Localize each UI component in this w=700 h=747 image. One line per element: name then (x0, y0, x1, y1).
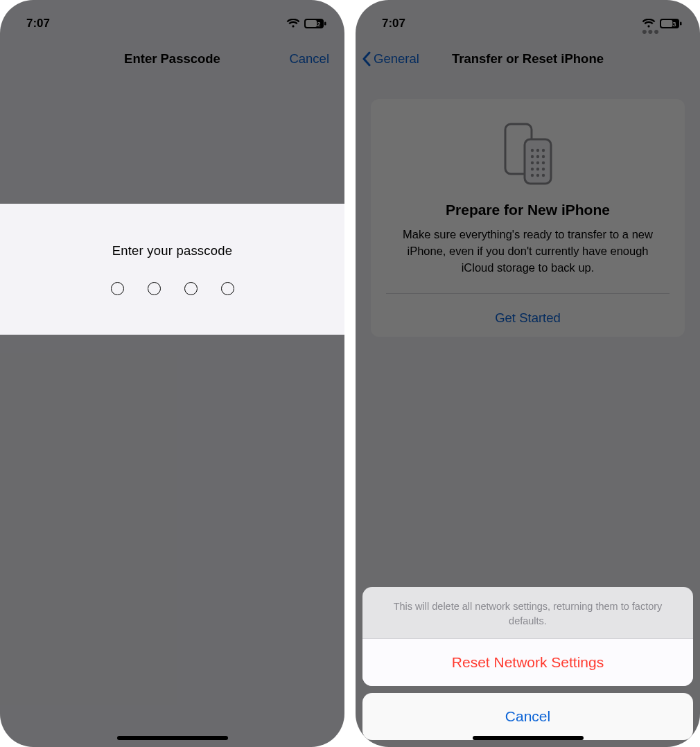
screenshot-right: 7:07 63 ••• General Transfer or Reset i (356, 0, 700, 747)
wifi-icon (286, 19, 300, 28)
svg-point-16 (541, 161, 544, 164)
action-sheet-description: This will delete all network settings, r… (362, 587, 693, 638)
action-sheet: This will delete all network settings, r… (362, 587, 693, 740)
svg-point-18 (536, 168, 539, 170)
back-button[interactable]: General (361, 51, 419, 67)
reset-network-settings-button[interactable]: Reset Network Settings (362, 638, 693, 686)
svg-rect-2 (324, 21, 326, 25)
chevron-left-icon (361, 51, 372, 67)
dim-overlay (0, 0, 344, 747)
passcode-header: Enter Passcode Cancel (0, 42, 344, 76)
svg-point-11 (530, 155, 533, 158)
home-indicator[interactable] (117, 736, 228, 740)
svg-point-8 (530, 149, 533, 152)
passcode-dot (148, 282, 161, 295)
passcode-dot (111, 282, 124, 295)
svg-rect-5 (680, 21, 682, 25)
passcode-panel: Enter your passcode (0, 204, 344, 335)
card-separator (386, 293, 670, 294)
status-time: 7:07 (382, 17, 405, 30)
status-bar: 7:07 62 (0, 0, 344, 38)
page-title: Transfer or Reset iPhone (452, 51, 604, 67)
svg-point-21 (536, 174, 539, 177)
battery-percent-text: 63 (669, 20, 676, 27)
passcode-dot (184, 282, 198, 295)
get-started-button[interactable]: Get Started (495, 310, 561, 326)
svg-point-10 (541, 149, 544, 152)
battery-percent-text: 62 (313, 20, 320, 27)
status-time: 7:07 (26, 17, 50, 30)
svg-point-22 (541, 174, 544, 177)
screenshot-left: 7:07 62 Enter Passcode Cancel Enter your… (0, 0, 344, 747)
cancel-button[interactable]: Cancel (289, 51, 329, 67)
devices-icon (501, 121, 555, 189)
svg-point-13 (541, 155, 544, 158)
passcode-prompt: Enter your passcode (112, 243, 232, 258)
card-body: Make sure everything's ready to transfer… (392, 227, 664, 276)
screenshot-divider (344, 0, 356, 747)
svg-point-15 (536, 161, 539, 164)
svg-point-20 (530, 174, 533, 177)
back-label: General (374, 51, 419, 67)
prepare-card: Prepare for New iPhone Make sure everyth… (371, 99, 685, 337)
svg-point-17 (530, 168, 533, 170)
card-title: Prepare for New iPhone (446, 202, 610, 218)
svg-point-19 (541, 168, 544, 170)
status-icons: 62 (286, 19, 326, 28)
more-icon[interactable]: ••• (642, 23, 660, 41)
svg-point-12 (536, 155, 539, 158)
battery-icon: 62 (304, 19, 326, 28)
passcode-dot (221, 282, 234, 295)
battery-icon: 63 (660, 19, 682, 28)
svg-point-14 (530, 161, 533, 164)
cancel-button[interactable]: Cancel (362, 693, 693, 740)
action-sheet-group: This will delete all network settings, r… (362, 587, 693, 686)
nav-bar: General Transfer or Reset iPhone (356, 42, 700, 76)
passcode-dots[interactable] (111, 282, 234, 295)
svg-point-9 (536, 149, 539, 152)
home-indicator[interactable] (473, 736, 584, 740)
page-title: Enter Passcode (124, 51, 220, 67)
